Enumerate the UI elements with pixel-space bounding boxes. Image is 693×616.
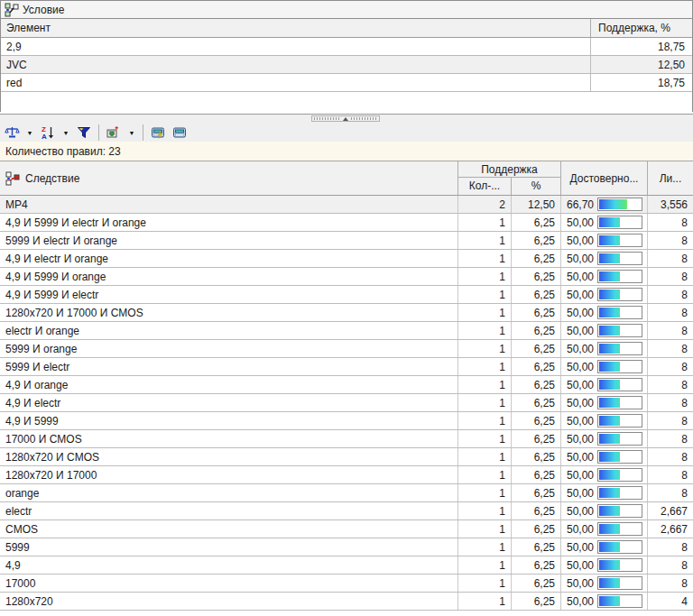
condition-table-header: Элемент Поддержка, % <box>1 19 692 38</box>
rule-support-percent-cell: 6,25 <box>512 538 561 556</box>
condition-row[interactable]: red18,75 <box>1 74 692 92</box>
confidence-bar <box>597 594 642 608</box>
rule-consequence-cell: 5999 <box>0 538 458 556</box>
rules-support-group-label[interactable]: Поддержка <box>458 161 560 178</box>
rule-confidence-value: 50,00 <box>561 432 594 446</box>
calculator-button[interactable] <box>170 124 189 143</box>
rule-lift-cell: 8 <box>648 214 693 231</box>
rule-row[interactable]: 1280x720 И 1700016,2550,008 <box>0 466 693 484</box>
rule-lift-cell: 8 <box>648 394 693 411</box>
rule-confidence-cell: 50,00 <box>561 286 648 303</box>
filter-star-dropdown-button[interactable]: ▼ <box>125 124 138 143</box>
rule-support-percent-cell: 6,25 <box>512 322 561 339</box>
condition-title-bar: Условие <box>1 0 692 19</box>
rules-col-support-count[interactable]: Кол-... <box>458 178 512 195</box>
rule-row[interactable]: 1280x72016,2550,004 <box>0 593 693 611</box>
confidence-bar <box>597 288 642 301</box>
balance-dropdown-button[interactable]: ▼ <box>23 124 36 143</box>
toolbar-separator <box>98 124 99 141</box>
rules-col-support-percent[interactable]: % <box>512 178 560 195</box>
rule-support-count-cell: 1 <box>458 376 512 393</box>
rule-row[interactable]: 4,9 И 5999 И electr И orange16,2550,008 <box>0 214 693 232</box>
confidence-bar-mask <box>620 398 641 408</box>
rule-support-percent-cell: 6,25 <box>512 412 561 429</box>
rules-table-body: MP4212,5066,703,5564,9 И 5999 И electr И… <box>0 196 693 616</box>
rule-consequence-cell: 17000 И CMOS <box>0 430 458 447</box>
rule-row[interactable]: CMOS16,2550,002,667 <box>0 520 693 538</box>
confidence-bar <box>597 504 642 518</box>
rule-confidence-value: 50,00 <box>561 288 594 301</box>
rule-lift-cell: 8 <box>648 484 693 501</box>
confidence-bar-mask <box>620 434 641 444</box>
confidence-bar <box>597 306 642 319</box>
filter-star-button[interactable]: * <box>104 124 124 143</box>
rule-lift-cell: 8 <box>648 340 693 357</box>
rule-support-count-cell: 1 <box>458 484 512 501</box>
rule-row[interactable]: 5999 И orange16,2550,008 <box>0 340 693 358</box>
rule-row[interactable]: 4,916,2550,008 <box>0 556 693 575</box>
rules-col-lift[interactable]: Ли... <box>648 161 693 195</box>
rule-confidence-cell: 50,00 <box>561 430 648 447</box>
confidence-bar <box>597 558 642 572</box>
rule-support-percent-cell: 12,50 <box>512 196 561 213</box>
rule-row[interactable]: electr16,2550,002,667 <box>0 502 693 520</box>
rule-row[interactable]: electr И orange16,2550,008 <box>0 322 693 340</box>
balance-button[interactable] <box>2 124 22 143</box>
splitter-grip[interactable] <box>311 115 380 122</box>
rules-col-consequence[interactable]: Следствие <box>0 161 458 195</box>
rule-support-count-cell: 1 <box>458 304 512 321</box>
rule-row[interactable]: 4,9 И 5999 И orange16,2550,008 <box>0 268 693 286</box>
rule-confidence-value: 50,00 <box>561 594 594 608</box>
rule-support-count-cell: 1 <box>458 286 512 303</box>
rule-confidence-value: 50,00 <box>561 540 594 554</box>
sort-dropdown-button[interactable]: ▼ <box>60 124 72 143</box>
rule-lift-cell: 8 <box>648 250 693 267</box>
rule-row[interactable]: 1280x720 И 17000 И CMOS16,2550,008 <box>0 304 693 322</box>
rule-support-percent-cell: 6,25 <box>512 575 561 592</box>
rule-row[interactable]: 17000 И CMOS16,2550,008 <box>0 430 693 448</box>
rule-support-percent-cell: 6,25 <box>512 448 561 465</box>
rule-row[interactable]: 5999 И electr16,2550,008 <box>0 358 693 376</box>
condition-row[interactable]: 2,918,75 <box>1 38 692 56</box>
condition-col-element[interactable]: Элемент <box>1 19 591 37</box>
condition-row[interactable]: JVC12,50 <box>1 56 692 74</box>
rule-lift-cell: 2,667 <box>648 502 693 519</box>
rule-row[interactable]: 4,9 И electr И orange16,2550,008 <box>0 250 693 268</box>
svg-text:A: A <box>42 133 47 140</box>
rule-confidence-cell: 66,70 <box>561 196 648 213</box>
calculate-button[interactable] <box>148 124 168 143</box>
rule-row[interactable]: 599916,2550,008 <box>0 538 693 556</box>
calculator-icon <box>172 125 188 140</box>
rule-lift-cell: 8 <box>648 304 693 321</box>
rule-row[interactable]: 1700016,2550,008 <box>0 575 693 593</box>
confidence-bar <box>597 468 642 482</box>
rule-support-count-cell: 1 <box>458 448 512 465</box>
rule-confidence-value: 50,00 <box>561 234 594 247</box>
rules-col-support-group: Поддержка Кол-... % <box>458 161 561 195</box>
condition-col-support[interactable]: Поддержка, % <box>591 19 692 37</box>
rule-row[interactable]: MP4212,5066,703,556 <box>0 196 693 214</box>
svg-text:*: * <box>116 125 119 133</box>
rule-row[interactable]: 5999 И electr И orange16,2550,008 <box>0 232 693 250</box>
rule-lift-cell: 2,667 <box>648 520 693 538</box>
confidence-bar <box>597 252 642 265</box>
sort-za-button[interactable]: Z A <box>38 124 58 143</box>
rule-support-count-cell: 1 <box>458 214 512 231</box>
rule-confidence-value: 50,00 <box>561 396 594 409</box>
toolbar-separator <box>143 124 143 141</box>
rule-confidence-cell: 50,00 <box>561 520 648 538</box>
rule-confidence-cell: 50,00 <box>561 358 648 375</box>
rules-col-confidence[interactable]: Достоверно... <box>561 161 648 195</box>
confidence-bar <box>597 486 642 500</box>
rule-row[interactable]: 4,9 И 5999 И electr16,2550,008 <box>0 286 693 304</box>
rule-row[interactable]: orange16,2550,008 <box>0 484 693 502</box>
filter-button[interactable] <box>74 124 94 143</box>
confidence-bar-mask <box>620 290 641 299</box>
rule-row[interactable]: 1280x720 И CMOS16,2550,008 <box>0 448 693 466</box>
confidence-bar-mask <box>620 326 641 336</box>
rule-row[interactable]: 4,9 И orange16,2550,008 <box>0 376 693 394</box>
rule-row[interactable]: 4,9 И electr16,2550,008 <box>0 394 693 412</box>
rule-consequence-cell: 5999 И electr И orange <box>0 232 458 249</box>
rule-row[interactable]: 4,9 И 599916,2550,008 <box>0 412 693 430</box>
rule-confidence-value: 50,00 <box>561 468 594 482</box>
